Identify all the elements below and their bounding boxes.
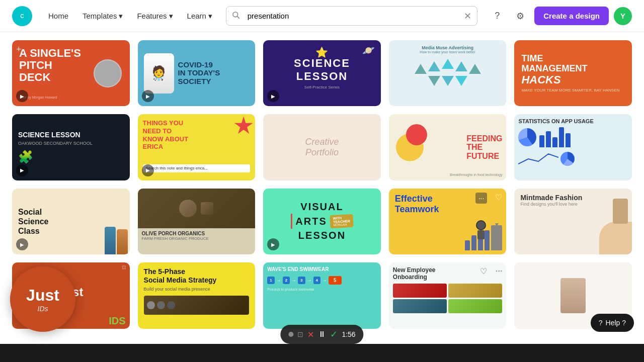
play-icon[interactable]: ▶ [16, 164, 28, 176]
card-time-management[interactable]: TimeManagementHacks MAKE YOUR TEAM MORE … [514, 40, 632, 106]
cards-grid: + A SINGLE'SPITCHDECK slide by Morgan Ho… [12, 40, 632, 329]
nav-learn[interactable]: Learn ▾ [181, 8, 218, 25]
play-icon[interactable]: ▶ [142, 164, 154, 176]
avatar[interactable]: Y [614, 7, 632, 25]
just-ids-overlay: Just IDs [10, 266, 75, 332]
card-science-dark[interactable]: SCIENCE LESSON OAKWOOD SECONDARY SCHOOL … [12, 114, 130, 180]
card-title-lesson: LESSON [298, 230, 346, 241]
nav-templates[interactable]: Templates ▾ [76, 8, 129, 25]
card-title-visual: VISUAL [300, 201, 343, 213]
chevron-down-icon: ▾ [169, 12, 173, 21]
nav-links: Home Templates ▾ Features ▾ Learn ▾ [42, 8, 218, 25]
card-portfolio[interactable]: CreativePortfolio [263, 114, 381, 180]
card-image [138, 189, 256, 228]
card-title: Things youneed toknow aboutErica [143, 119, 251, 150]
card-olive-porch[interactable]: OLIVE PORCH ORGANICS FARM FRESH ORGANIC … [138, 189, 256, 254]
recording-stop-button[interactable]: ✕ [307, 330, 314, 337]
card-covid[interactable]: 🧑‍⚕️ COVID-19IN TODAY'SSOCIETY ▶ [138, 40, 256, 106]
card-onboarding[interactable]: ♡ ··· New EmployeeOnboarding [389, 262, 507, 328]
help-label: Help ? [606, 319, 626, 327]
process-steps: 1 → 2 → 3 → 4 → 5 [267, 276, 377, 285]
card-title: EffectiveTeamwork [395, 194, 501, 215]
nav-features[interactable]: Features ▾ [131, 8, 179, 25]
card-image [144, 296, 250, 315]
card-title: FEEDINGTHEFUTURE [466, 134, 502, 161]
card-subtitle: Self-Practice Series [304, 85, 340, 89]
search-clear-icon[interactable]: ✕ [464, 11, 471, 22]
help-button[interactable]: ? Help ? [591, 314, 634, 332]
card-text-area: OLIVE PORCH ORGANICS FARM FRESH ORGANIC … [138, 228, 256, 243]
play-icon[interactable]: ▶ [16, 90, 28, 102]
recording-time: 1:56 [342, 330, 355, 337]
recording-indicator [288, 332, 293, 337]
inverted-diamonds [394, 76, 502, 86]
card-science-purple[interactable]: 🪐 ⭐ SCIENCELESSON Self-Practice Series ▶ [263, 40, 381, 106]
recording-expand-icon[interactable]: ⊡ [297, 330, 303, 337]
ids-label: IDS [109, 315, 125, 327]
card-pitch-deck[interactable]: + A SINGLE'SPITCHDECK slide by Morgan Ho… [12, 40, 130, 106]
card-title: Mintmade Fashion [520, 194, 626, 202]
line-chart [518, 151, 628, 166]
play-icon[interactable]: ▶ [16, 238, 28, 250]
card-title: SCIENCE LESSON [18, 131, 124, 139]
card-waves[interactable]: WAVE'S END SWIMWEAR 1 → 2 → 3 → 4 → 5 Pr… [263, 262, 381, 328]
card-subtitle: OAKWOOD SECONDARY SCHOOL [18, 141, 124, 146]
card-5phase[interactable]: The 5-PhaseSocial Media Strategy Build y… [138, 262, 256, 328]
content-area: + A SINGLE'SPITCHDECK slide by Morgan Ho… [0, 32, 644, 337]
card-mintmade[interactable]: Mintmade Fashion Find designs you'll lov… [514, 189, 632, 254]
card-statistics[interactable]: STATISTICS ON APP USAGE [514, 114, 632, 180]
card-title: SCIENCELESSON [294, 57, 350, 83]
chart-area [518, 127, 628, 147]
help-icon: ? [599, 319, 603, 327]
diamonds-visual [394, 59, 502, 74]
covid-figure: 🧑‍⚕️ [144, 53, 174, 94]
chevron-down-icon: ▾ [208, 12, 212, 21]
card-feeding-future[interactable]: FEEDINGTHEFUTURE Breakthroughs in food t… [389, 114, 507, 180]
card-arts-row: ARTS WITH TEACHER MORGAN [291, 214, 353, 229]
nav-right: ? ⚙ Create a design Y [488, 7, 632, 25]
ids-text: IDs [38, 305, 48, 313]
planet-icon: 🪐 [362, 44, 375, 56]
puzzle-icon: 🧩 [18, 150, 124, 164]
more-btn[interactable]: ··· [496, 266, 502, 276]
card-visual-arts[interactable]: VISUAL ARTS WITH TEACHER MORGAN LESSON ▶ [263, 189, 381, 254]
card-teamwork[interactable]: ··· ♡ EffectiveTeamwork ▼ [389, 189, 507, 254]
help-icon-btn[interactable]: ? [488, 7, 506, 25]
portrait [560, 278, 586, 313]
card-subtitle: Build your social media presence [144, 287, 250, 292]
add-icon: + [16, 44, 22, 55]
avatar-circle [94, 59, 122, 87]
heart-icon[interactable]: ♡ [480, 266, 487, 276]
canva-logo[interactable]: C [12, 6, 32, 26]
search-icon [232, 11, 240, 21]
search-input[interactable] [226, 6, 477, 26]
corner-shape [599, 222, 632, 254]
card-things-erica[interactable]: Things youneed toknow aboutErica Search … [138, 114, 256, 180]
card-subtitle: Breakthroughs in food technology [450, 173, 502, 176]
settings-icon-btn[interactable]: ⚙ [511, 7, 529, 25]
controls: ⊡ [122, 264, 126, 270]
recording-confirm-button[interactable]: ✓ [330, 329, 338, 337]
card-title: The 5-PhaseSocial Media Strategy [144, 267, 250, 285]
card-title: TimeManagementHacks [521, 54, 625, 86]
svg-line-3 [237, 16, 239, 18]
star-icon: ⭐ [315, 46, 328, 58]
nav-home[interactable]: Home [42, 8, 74, 24]
red-circle [406, 124, 427, 145]
chevron-down-icon: ▾ [119, 12, 123, 21]
card-title: OLIVE PORCH ORGANICS [142, 231, 252, 236]
teacher-badge: WITH TEACHER MORGAN [330, 214, 353, 228]
card-subtitle: MAKE YOUR TEAM MORE SMARTER, BAY HANSEN [521, 88, 625, 93]
create-design-button[interactable]: Create a design [534, 7, 609, 25]
card-title: COVID-19IN TODAY'SSOCIETY [178, 61, 220, 86]
figures [105, 227, 128, 254]
card-title: WAVE'S END SWIMWEAR [267, 266, 377, 272]
card-title-arts: ARTS [295, 216, 327, 227]
recording-pause-button[interactable]: ⏸ [318, 330, 326, 337]
card-teal-diamonds[interactable]: Media Muse Advertising How to make your … [389, 40, 507, 106]
card-title: Media Muse Advertising [394, 45, 502, 50]
play-icon[interactable]: ▶ [142, 90, 154, 102]
accent-bar [613, 199, 628, 224]
search-container: ✕ [226, 6, 477, 26]
card-social-science[interactable]: SocialScienceClass ▶ [12, 189, 130, 254]
